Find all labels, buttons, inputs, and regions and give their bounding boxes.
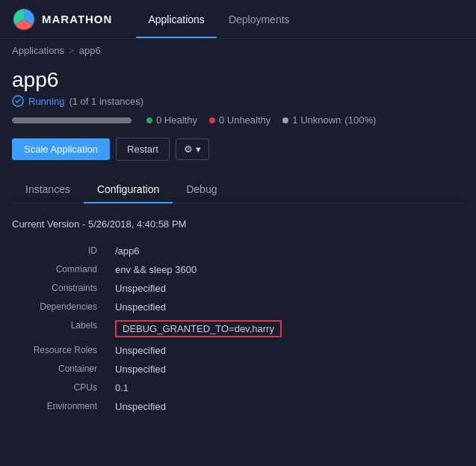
config-row: ID/app6 [12, 242, 464, 260]
progress-section: 0 Healthy 0 Unhealthy 1 Unknown (100%) [12, 114, 464, 126]
breadcrumb: Applications > app6 [0, 39, 476, 62]
gear-menu-button[interactable]: ⚙ ▾ [176, 138, 209, 160]
instances-text: (1 of 1 instances) [69, 96, 143, 107]
unhealthy-indicator: 0 Unhealthy [209, 114, 271, 126]
version-date: 5/26/2018, 4:40:58 PM [88, 218, 187, 230]
config-row: DependenciesUnspecified [12, 298, 464, 316]
chevron-down-icon: ▾ [196, 144, 201, 155]
config-row: Commandenv && sleep 3600 [12, 260, 464, 279]
tab-instances[interactable]: Instances [12, 176, 84, 203]
tab-debug[interactable]: Debug [173, 176, 230, 203]
logo: MARATHON [12, 7, 112, 31]
restart-button[interactable]: Restart [116, 138, 170, 161]
config-row: EnvironmentUnspecified [12, 397, 464, 416]
version-label: Current Version [12, 218, 79, 230]
scale-application-button[interactable]: Scale Application [12, 138, 110, 160]
logo-text: MARATHON [42, 13, 112, 25]
unknown-pct: (100%) [344, 114, 376, 126]
health-indicators: 0 Healthy 0 Unhealthy 1 Unknown (100%) [146, 114, 376, 126]
version-separator: - [82, 218, 88, 230]
nav-applications[interactable]: Applications [136, 0, 217, 38]
config-key: Container [12, 360, 109, 378]
config-key: Constraints [12, 279, 109, 298]
config-value: Unspecified [109, 360, 464, 378]
progress-bar-fill [12, 117, 132, 123]
navbar: MARATHON Applications Deployments [0, 0, 476, 39]
unknown-dot [282, 117, 288, 123]
action-bar: Scale Application Restart ⚙ ▾ [12, 138, 464, 161]
config-value: env && sleep 3600 [109, 260, 464, 279]
unhealthy-dot [209, 117, 215, 123]
config-key: CPUs [12, 378, 109, 397]
tab-configuration[interactable]: Configuration [84, 176, 173, 203]
unknown-indicator: 1 Unknown (100%) [282, 114, 376, 126]
config-key: Labels [12, 316, 109, 341]
config-value: DEBUG_GRANTED_TO=dev,harry [109, 316, 464, 341]
gear-icon: ⚙ [184, 144, 193, 155]
healthy-count: 0 Healthy [156, 114, 197, 126]
config-row: ContainerUnspecified [12, 360, 464, 378]
config-value: 0.1 [109, 378, 464, 397]
config-value: /app6 [109, 242, 464, 260]
breadcrumb-separator: > [69, 45, 75, 56]
nav-links: Applications Deployments [136, 0, 301, 38]
config-key: Environment [12, 397, 109, 416]
config-value: Unspecified [109, 397, 464, 416]
progress-bar [12, 117, 132, 123]
status-text: Running [28, 96, 64, 107]
config-row: CPUs0.1 [12, 378, 464, 397]
config-value: Unspecified [109, 279, 464, 298]
app-title: app6 [12, 68, 464, 92]
healthy-indicator: 0 Healthy [146, 114, 197, 126]
nav-deployments[interactable]: Deployments [217, 0, 302, 38]
config-row: ConstraintsUnspecified [12, 279, 464, 298]
unknown-count: 1 Unknown [292, 114, 341, 126]
config-key: Resource Roles [12, 341, 109, 360]
tabs: Instances Configuration Debug [12, 176, 464, 203]
marathon-logo-icon [12, 7, 36, 31]
config-key: ID [12, 242, 109, 260]
config-row: Resource RolesUnspecified [12, 341, 464, 360]
config-key: Command [12, 260, 109, 279]
version-header: Current Version - 5/26/2018, 4:40:58 PM [12, 218, 464, 230]
main-content: app6 Running (1 of 1 instances) 0 Health… [0, 62, 476, 428]
breadcrumb-root[interactable]: Applications [12, 45, 64, 56]
healthy-dot [146, 117, 152, 123]
config-row: LabelsDEBUG_GRANTED_TO=dev,harry [12, 316, 464, 341]
app-status-badge: Running (1 of 1 instances) [12, 95, 464, 107]
config-key: Dependencies [12, 298, 109, 316]
running-icon [12, 95, 24, 107]
breadcrumb-current: app6 [79, 45, 101, 56]
config-value: Unspecified [109, 341, 464, 360]
labels-highlighted: DEBUG_GRANTED_TO=dev,harry [115, 320, 282, 337]
config-value: Unspecified [109, 298, 464, 316]
config-table: ID/app6Commandenv && sleep 3600Constrain… [12, 242, 464, 416]
unhealthy-count: 0 Unhealthy [219, 114, 271, 126]
